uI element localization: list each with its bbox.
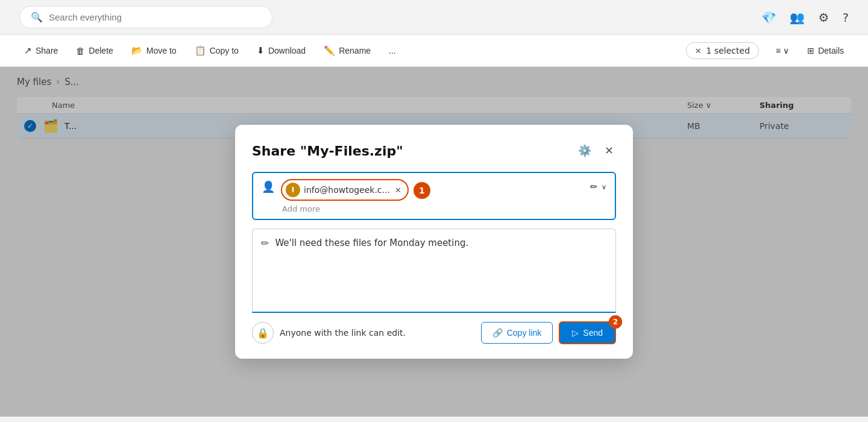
send-icon: ▷ [572, 328, 579, 338]
permission-button[interactable]: ✏ ∨ [590, 181, 606, 192]
modal-settings-button[interactable]: ⚙️ [576, 142, 594, 160]
modal-footer: 🔒 Anyone with the link can edit. 🔗 Copy … [252, 321, 616, 344]
message-textarea[interactable]: We'll need these files for Monday meetin… [275, 236, 607, 250]
copy-link-button[interactable]: 🔗 Copy link [481, 322, 553, 344]
copy-to-button[interactable]: 📋 Copy to [187, 41, 246, 60]
search-container[interactable]: 🔍 [19, 6, 272, 28]
download-button[interactable]: ⬇ Download [250, 41, 313, 60]
footer-buttons: 🔗 Copy link ▷ Send 2 [481, 321, 616, 344]
top-bar: 🔍 💎 👥 ⚙️ ? [0, 0, 868, 34]
clear-selection-icon[interactable]: ✕ [695, 46, 702, 55]
recipients-content: I info@howtogeek.c... ✕ 1 Add more [281, 179, 584, 213]
message-section[interactable]: ✏️ We'll need these files for Monday mee… [252, 228, 616, 313]
link-info: 🔒 Anyone with the link can edit. [252, 322, 406, 344]
modal-title: Share "My-Files.zip" [252, 143, 403, 159]
main-content: My files › S... Name Size ∨ Sharing ✓ 🗂️… [0, 67, 868, 417]
chip-avatar: I [286, 183, 300, 197]
download-icon: ⬇ [257, 45, 265, 56]
add-more-label[interactable]: Add more [281, 204, 584, 213]
copy-icon: 📋 [195, 45, 206, 56]
help-icon[interactable]: ? [842, 10, 849, 25]
edit-icon: ✏ [590, 181, 598, 192]
delete-icon: 🗑 [76, 46, 85, 56]
person-icon: 👤 [262, 180, 275, 193]
toolbar: ↗ Share 🗑 Delete 📂 Move to 📋 Copy to ⬇ D… [0, 34, 868, 67]
modal-header-icons: ⚙️ ✕ [576, 142, 616, 160]
details-button[interactable]: ⊞ Details [800, 43, 851, 58]
user-friends-icon[interactable]: 👥 [790, 10, 805, 25]
step2-badge-wrapper: ▷ Send 2 [559, 321, 616, 344]
share-icon: ↗ [24, 45, 32, 56]
more-button[interactable]: ... [382, 42, 403, 60]
sort-icon: ≡ [776, 46, 781, 55]
modal-header: Share "My-Files.zip" ⚙️ ✕ [252, 142, 616, 160]
recipient-chips: I info@howtogeek.c... ✕ 1 [281, 179, 584, 201]
link-icon: 🔗 [492, 328, 503, 338]
sort-button[interactable]: ≡ ∨ [769, 43, 796, 58]
delete-button[interactable]: 🗑 Delete [69, 42, 120, 60]
move-to-button[interactable]: 📂 Move to [124, 41, 184, 60]
modal-close-button[interactable]: ✕ [602, 142, 616, 160]
settings-icon[interactable]: ⚙️ [818, 10, 829, 25]
link-permission-text: Anyone with the link can edit. [280, 328, 406, 338]
rename-button[interactable]: ✏️ Rename [316, 41, 378, 60]
search-input[interactable] [49, 12, 261, 22]
permission-section: ✏ ∨ [590, 179, 606, 192]
top-icons-group: 💎 👥 ⚙️ ? [761, 10, 849, 25]
modal-overlay: Share "My-Files.zip" ⚙️ ✕ 👤 I info@howto… [0, 67, 868, 417]
chevron-down-icon: ∨ [602, 183, 606, 191]
diamond-icon[interactable]: 💎 [761, 10, 776, 25]
step1-badge: 1 [414, 182, 430, 199]
details-icon: ⊞ [807, 46, 814, 55]
recipients-section: 👤 I info@howtogeek.c... ✕ 1 Add more [252, 172, 616, 220]
search-icon: 🔍 [31, 11, 43, 23]
recipient-chip: I info@howtogeek.c... ✕ [281, 179, 409, 201]
send-button[interactable]: ▷ Send [559, 321, 616, 344]
lock-icon[interactable]: 🔒 [252, 322, 274, 344]
chevron-down-icon: ∨ [783, 46, 789, 55]
rename-icon: ✏️ [324, 45, 335, 56]
share-button[interactable]: ↗ Share [17, 41, 65, 60]
message-edit-icon: ✏️ [261, 238, 269, 249]
share-modal: Share "My-Files.zip" ⚙️ ✕ 👤 I info@howto… [235, 125, 633, 359]
selected-badge: ✕ 1 selected [686, 42, 759, 59]
move-icon: 📂 [131, 45, 143, 56]
chip-remove-icon[interactable]: ✕ [395, 186, 401, 195]
chip-email: info@howtogeek.c... [304, 185, 390, 195]
